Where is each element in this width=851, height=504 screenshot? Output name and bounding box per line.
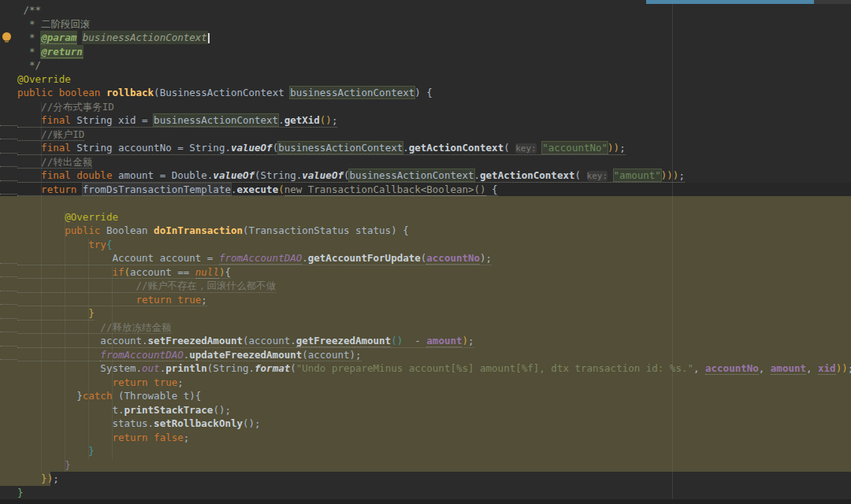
code-line[interactable]: }); <box>0 472 851 486</box>
code-line[interactable]: return true; <box>0 376 851 390</box>
code-token: @Override <box>65 211 118 223</box>
code-line[interactable]: if(account == null){ <box>0 265 851 280</box>
code-line[interactable]: return true; <box>0 293 851 307</box>
code-token: ( <box>574 169 586 181</box>
code-token: valueOf <box>231 142 273 154</box>
code-line[interactable]: //释放冻结金额 <box>0 321 851 335</box>
code-token: "Undo prepareMinus account[%s] amount[%f… <box>296 362 693 374</box>
code-line[interactable]: } <box>0 486 851 500</box>
code-token: businessActionContext <box>154 114 278 126</box>
code-token: getXid <box>284 114 320 126</box>
code-token: ( <box>124 266 130 278</box>
code-token: valueOf <box>302 169 344 181</box>
code-token: final double <box>41 169 112 181</box>
code-line[interactable]: try{ <box>0 238 851 252</box>
code-token: if <box>112 266 124 278</box>
code-token: BusinessActionContext <box>160 87 291 98</box>
code-line[interactable]: @Override <box>0 210 851 224</box>
code-line[interactable]: } <box>0 458 851 472</box>
code-token: . <box>474 169 481 181</box>
code-line[interactable]: //转出金额 <box>0 155 851 169</box>
code-token: return <box>41 183 83 195</box>
code-token: amount <box>426 335 462 347</box>
code-token: /** <box>24 4 42 16</box>
code-line[interactable]: System.out.println(String.format("Undo p… <box>0 361 851 376</box>
code-token: printStackTrace <box>124 404 213 416</box>
code-token: "amount" <box>614 169 661 181</box>
code-token: rollback <box>106 87 154 98</box>
code-token: ) { <box>414 87 433 98</box>
code-line[interactable]: fromAccountDAO.updateFreezedAmount(accou… <box>0 348 851 362</box>
code-token: account. <box>100 335 147 346</box>
code-token: accountNo <box>705 362 759 375</box>
code-token: status. <box>112 417 154 429</box>
code-line[interactable]: status.setRollbackOnly(); <box>0 417 851 431</box>
code-line[interactable]: * @return <box>0 45 851 59</box>
code-token: final <box>41 142 71 154</box>
code-line[interactable]: * @param businessActionContext <box>0 31 851 45</box>
code-line[interactable]: account.setFreezedAmount(account.getFree… <box>0 334 851 348</box>
code-token: ; <box>177 376 184 388</box>
code-line[interactable]: * 二阶段回滚 <box>0 17 851 32</box>
code-token: (Throwable t){ <box>112 390 201 402</box>
code-token: return true <box>112 376 177 388</box>
code-token: ; <box>678 169 685 181</box>
code-token: * <box>29 46 41 57</box>
code-token: */ <box>29 59 41 71</box>
code-token: { <box>106 239 113 250</box>
code-token: getAccountForUpdate <box>308 252 421 264</box>
code-token: }) <box>41 472 53 484</box>
code-token: * <box>29 32 41 43</box>
code-line[interactable]: //账户不存在，回滚什么都不做 <box>0 279 851 293</box>
code-token: public <box>65 224 100 236</box>
code-token: . <box>403 142 409 154</box>
code-token: . <box>278 114 284 126</box>
code-line[interactable]: Account account = fromAccountDAO.getAcco… <box>0 251 851 265</box>
code-line[interactable]: final double amount = Double.valueOf(Str… <box>0 169 851 183</box>
code-token: return false <box>112 432 183 443</box>
code-token: setRollbackOnly <box>154 417 243 429</box>
code-line[interactable]: /** <box>0 3 851 17</box>
code-token: . <box>302 252 308 264</box>
code-line[interactable]: //账户ID <box>0 128 851 142</box>
code-line[interactable]: } <box>0 306 851 321</box>
code-token: ( <box>504 142 515 154</box>
code-line[interactable]: */ <box>0 58 851 72</box>
code-token: //转出金额 <box>41 156 92 168</box>
code-token: amount <box>771 362 806 375</box>
code-line[interactable]: public boolean rollback(BusinessActionCo… <box>0 86 851 100</box>
code-token: } <box>76 390 83 402</box>
code-token: accountNo <box>426 252 480 265</box>
code-line[interactable]: }catch (Throwable t){ <box>0 389 851 403</box>
code-token: ; <box>355 349 362 361</box>
code-editor[interactable]: /** * 二阶段回滚 * @param businessActionConte… <box>0 0 851 504</box>
code-token: (TransactionStatus status) { <box>243 224 409 236</box>
code-token: ; <box>201 294 207 306</box>
code-token: format <box>255 362 290 374</box>
code-line[interactable]: t.printStackTrace(); <box>0 403 851 417</box>
code-line[interactable]: public Boolean doInTransaction(Transacti… <box>0 224 851 238</box>
code-line[interactable]: return fromDsTransactionTemplate.execute… <box>0 183 851 197</box>
code-token: key: <box>515 143 537 154</box>
code-token: , <box>693 362 705 374</box>
code-line[interactable]: @Override <box>0 72 851 87</box>
right-margin-guide <box>672 0 673 504</box>
code-line[interactable] <box>0 196 851 210</box>
code-token: ( <box>154 87 160 98</box>
code-line[interactable]: return false; <box>0 431 851 445</box>
code-token: @return <box>41 46 83 58</box>
code-line[interactable]: //分布式事务ID <box>0 100 851 114</box>
code-token: } <box>88 307 95 319</box>
code-token: final <box>41 114 71 126</box>
code-token: t. <box>112 404 124 416</box>
code-token: (); <box>243 417 261 429</box>
code-line[interactable]: } <box>0 444 851 458</box>
code-token: //账户不存在，回滚什么都不做 <box>136 280 277 291</box>
code-token: )) <box>608 142 619 154</box>
code-line[interactable]: final String xid = businessActionContext… <box>0 113 851 128</box>
intention-lightbulb-icon[interactable] <box>2 32 11 41</box>
code-token <box>608 169 614 181</box>
code-token: catch <box>83 390 113 402</box>
code-line[interactable]: final String accountNo = String.valueOf(… <box>0 141 851 155</box>
code-token: ; <box>184 432 190 443</box>
